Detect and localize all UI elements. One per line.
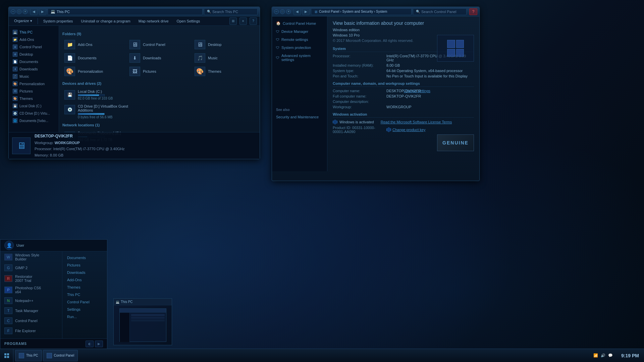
close-btn[interactable]: ✕ — [23, 9, 28, 14]
music-sidebar-icon: 🎵 — [13, 74, 17, 79]
start-button[interactable] — [0, 349, 13, 362]
map-drive-btn[interactable]: Map network drive — [136, 17, 171, 25]
view-btn2[interactable]: ≡ — [239, 17, 247, 25]
folder-themes[interactable]: 🎨 Themes — [193, 65, 256, 77]
start-item-ps[interactable]: P Photoshop CS6x64 — [0, 284, 62, 296]
start-item-taskmgr[interactable]: T Task Manager — [0, 306, 62, 316]
cp-changekey-btn[interactable]: Change product key — [392, 128, 425, 132]
cp-back-btn[interactable]: ◀ — [293, 8, 301, 15]
sidebar-item-controlpanel[interactable]: 🖥 Control Panel — [9, 43, 59, 51]
folder-addons[interactable]: 📁 Add-Ons — [62, 39, 126, 51]
drive-cd[interactable]: 💿 CD Drive [D:] VirtualBox Guest Additio… — [62, 103, 256, 120]
forward-btn[interactable]: ▶ — [39, 8, 46, 15]
cp-desc-row: Computer description: — [333, 100, 474, 104]
folder-personalization[interactable]: 🎨 Personalization — [62, 65, 126, 77]
folder-downloads[interactable]: ⬇ Downloads — [127, 52, 191, 64]
right-themes[interactable]: Themes — [64, 284, 106, 291]
maximize-btn[interactable]: □ — [17, 9, 21, 14]
taskbar-item-cp[interactable]: Control Panel — [43, 350, 78, 361]
cp-advanced-btn[interactable]: 🛡 Advanced system settings — [272, 52, 327, 64]
minimize-btn[interactable]: ─ — [11, 9, 15, 14]
right-documents-label: Documents — [67, 256, 86, 260]
cp-see-also-title: See also — [272, 104, 327, 113]
taskbar-clock[interactable]: 9:19 PM — [616, 353, 644, 358]
address-bar[interactable]: 💻 This PC — [48, 8, 203, 15]
taskbar-tray: 📶 🔊 💬 — [590, 353, 616, 358]
sidebar-item-music[interactable]: 🎵 Music — [9, 73, 59, 80]
folder-documents[interactable]: 📄 Documents — [62, 52, 126, 64]
start-item-explorer[interactable]: F File Explorer — [0, 326, 62, 336]
help-btn[interactable]: ? — [250, 17, 257, 25]
cp-home-btn[interactable]: 🏠 Control Panel Home — [272, 19, 327, 27]
sidebar-item-localc[interactable]: 💾 Local Disk (C:) — [9, 102, 59, 110]
start-item-cp[interactable]: C Control Panel — [0, 316, 62, 326]
preview-title-icon: 💻 — [116, 300, 119, 304]
explorer-icon: F — [4, 327, 12, 334]
docs-sidebar-icon: 📄 — [13, 59, 17, 64]
themes-icon: 🎨 — [195, 67, 205, 76]
pc-workgroup: Workgroup: WORKGROUP — [35, 140, 125, 146]
right-run[interactable]: Run... — [64, 313, 106, 320]
taskbar-item-thispc[interactable]: This PC — [15, 350, 42, 361]
cp-forward-btn[interactable]: ▶ — [302, 8, 310, 15]
folder-pictures[interactable]: 🖼 Pictures — [127, 65, 191, 77]
cp-edition-text: Windows 10 Pro — [333, 33, 360, 37]
sidebar-item-documents[interactable]: 📄 Documents — [9, 58, 59, 65]
right-addons[interactable]: Add-Ons — [64, 276, 106, 284]
folder-controlpanel[interactable]: 🖥 Control Panel — [127, 39, 191, 51]
right-thispc[interactable]: This PC — [64, 291, 106, 298]
proc-label: Processor: — [35, 147, 52, 151]
genuine-badge: GENUINE — [437, 134, 474, 151]
organize-btn[interactable]: Organize ▾ — [11, 17, 35, 25]
cp-remote-btn[interactable]: 🛡 Remote settings — [272, 36, 327, 44]
right-settings[interactable]: Settings — [64, 306, 106, 313]
cp-protection-btn[interactable]: 🛡 System protection — [272, 44, 327, 52]
drive-localc[interactable]: 💾 Local Disk (C:) 82.0 GB free of 103 GB — [62, 88, 256, 102]
back-btn[interactable]: ◀ — [30, 8, 38, 15]
start-item-gimp[interactable]: G GIMP 2 — [0, 263, 62, 273]
power-btn[interactable]: ▶ — [95, 341, 103, 347]
cp-address-bar[interactable]: 🖥 Control Panel › System and Security › … — [311, 8, 412, 15]
thispc-window: ─ □ ✕ ◀ ▶ 💻 This PC 🔍 Search This PC Org… — [8, 7, 260, 159]
sidebar-item-thispc[interactable]: 💻 This PC — [9, 28, 59, 36]
sidebar-item-personalization[interactable]: 🎨 Personalization — [9, 80, 59, 87]
right-documents[interactable]: Documents — [64, 254, 106, 261]
sidebar-item-desktop[interactable]: 🖥 Desktop — [9, 51, 59, 58]
sidebar-item-downloads[interactable]: ⬇ Downloads — [9, 65, 59, 73]
start-item-res[interactable]: R Restorator2007 Trial — [0, 273, 62, 284]
right-downloads[interactable]: Downloads — [64, 269, 106, 276]
sidebar-item-addons[interactable]: 📁 Add-Ons — [9, 36, 59, 43]
open-settings-btn[interactable]: Open Settings — [174, 17, 203, 25]
view-btn1[interactable]: ⊞ — [229, 17, 237, 25]
cp-maximize-btn[interactable]: □ — [280, 9, 285, 14]
cp-change-settings-btn[interactable]: Change settings — [404, 89, 431, 93]
folder-desktop[interactable]: 🖥 Desktop — [193, 39, 256, 51]
cp-device-manager-btn[interactable]: 🛡 Device Manager — [272, 27, 327, 36]
sleep-btn[interactable]: ◐ — [86, 341, 94, 347]
help-icon[interactable]: ? — [469, 8, 477, 15]
system-props-btn[interactable]: System properties — [41, 17, 76, 25]
programs-btn[interactable]: PROGRAMS — [4, 342, 27, 346]
start-item-notepad[interactable]: N Notepad++ — [0, 296, 62, 306]
preview-mini-main — [130, 313, 166, 342]
uninstall-btn[interactable]: Uninstall or change a program — [78, 17, 133, 25]
right-pictures[interactable]: Pictures — [64, 261, 106, 269]
license-link[interactable]: Read the Microsoft Software License Term… — [381, 120, 452, 124]
right-thispc-label: This PC — [67, 293, 80, 297]
cp-search-box[interactable]: 🔍 Search Control Panel — [413, 8, 467, 15]
right-controlpanel[interactable]: Control Panel — [64, 298, 106, 306]
sidebar-item-pictures[interactable]: 🖼 Pictures — [9, 87, 59, 95]
dl-sidebar-icon: ⬇ — [13, 67, 17, 71]
documents-icon: 📄 — [64, 53, 75, 63]
sidebar-item-net[interactable]: 🌐 Documents [\\vbo... — [9, 117, 59, 124]
folder-music[interactable]: 🎵 Music — [193, 52, 256, 64]
cp-minimize-btn[interactable]: ─ — [274, 9, 279, 14]
sidebar-item-themes[interactable]: 🎨 Themes — [9, 95, 59, 102]
cp-security-btn[interactable]: Security and Maintenance — [272, 113, 327, 121]
sidebar-item-cdd[interactable]: 💿 CD Drive [D:) Virtu... — [9, 110, 59, 117]
start-item-wsb[interactable]: W Windows StyleBuilder — [0, 251, 62, 263]
cp-close-btn[interactable]: ✕ — [286, 9, 291, 14]
cp-productid-row: Product ID: 00331-10000-00001-AA090 Chan… — [333, 126, 474, 134]
search-box[interactable]: 🔍 Search This PC — [204, 8, 258, 15]
cp-workgroup-label: Workgroup: — [333, 105, 386, 109]
